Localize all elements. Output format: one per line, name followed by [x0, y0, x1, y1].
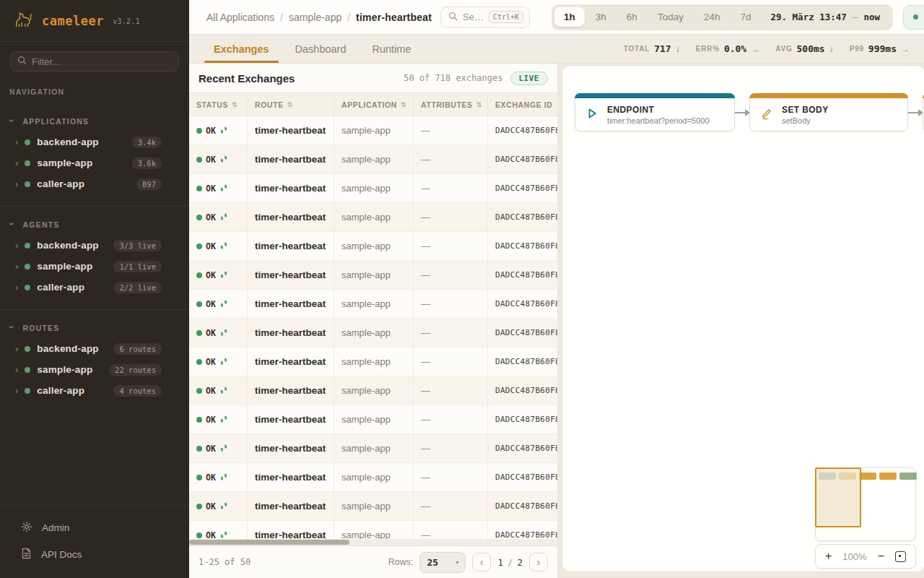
attributes-cell: — — [414, 174, 488, 202]
rows-per-page-label: Rows: — [388, 557, 414, 567]
minimap-viewport[interactable] — [815, 467, 861, 527]
footprints-icon — [219, 124, 228, 137]
next-page-button[interactable]: › — [529, 553, 548, 571]
table-row[interactable]: OK timer-heartbeat sample-app — DADCC487… — [189, 521, 557, 539]
total-pages: 2 — [517, 557, 523, 568]
sidebar-item-routes-backend-app[interactable]: › backend-app 6 routes — [0, 338, 189, 359]
table-row[interactable]: OK timer-heartbeat sample-app — DADCC487… — [189, 290, 557, 319]
flow-arrow — [735, 112, 749, 113]
trend-flat-icon: → — [901, 44, 910, 54]
tab-dashboard[interactable]: Dashboard — [284, 35, 357, 63]
zoom-controls: + 100% − — [815, 544, 916, 569]
custom-date-range[interactable]: 29. März 13:47 — now — [762, 12, 889, 22]
ok-status-dot — [196, 446, 202, 452]
exchange-id-cell: DADCC487B60F8 — [488, 521, 557, 539]
sidebar-filter[interactable] — [10, 51, 179, 72]
time-range-1h[interactable]: 1h — [554, 7, 585, 27]
table-row[interactable]: OK timer-heartbeat sample-app — DADCC487… — [189, 405, 557, 434]
item-label: backend-app — [37, 240, 98, 251]
item-label: backend-app — [37, 343, 98, 354]
live-toggle-button[interactable]: LIVE — [903, 5, 924, 30]
sidebar: cameleer v3.2.1 NAVIGATION › APPLICATION… — [0, 0, 189, 578]
section-label: APPLICATIONS — [23, 117, 90, 126]
sort-icon: ⇅ — [401, 101, 406, 108]
stat-label: ERR% — [696, 45, 720, 53]
application-cell: sample-app — [334, 261, 414, 289]
time-range-3h[interactable]: 3h — [586, 7, 616, 27]
breadcrumb-all-applications[interactable]: All Applications — [206, 12, 274, 23]
table-row[interactable]: OK timer-heartbeat sample-app — DADCC487… — [189, 348, 557, 376]
sidebar-item-applications-caller-app[interactable]: › caller-app 897 — [0, 173, 189, 194]
scrollbar-thumb[interactable] — [189, 540, 349, 545]
breadcrumb-sample-app[interactable]: sample-app — [289, 12, 341, 23]
flow-node-endpoint[interactable]: ENDPOINT timer:heartbeat?period=5000 — [575, 93, 735, 131]
chevron-right-icon: › — [15, 262, 18, 271]
status-label: OK — [206, 155, 216, 165]
table-row[interactable]: OK timer-heartbeat sample-app — DADCC487… — [189, 261, 557, 290]
application-cell: sample-app — [334, 145, 414, 173]
horizontal-scrollbar[interactable] — [189, 539, 557, 545]
section-routes: › ROUTES › backend-app 6 routes › sample… — [0, 309, 189, 401]
sidebar-item-admin[interactable]: Admin — [0, 514, 189, 541]
ok-status-dot — [196, 186, 202, 191]
column-label: ATTRIBUTES — [421, 100, 473, 109]
time-range-24h[interactable]: 24h — [694, 7, 730, 27]
time-range-7d[interactable]: 7d — [731, 7, 760, 27]
tab-exchanges[interactable]: Exchanges — [203, 35, 280, 63]
column-header-status[interactable]: STATUS ⇅ — [189, 93, 248, 116]
rows-per-page-select[interactable]: 25 ▾ — [419, 552, 466, 573]
table-row[interactable]: OK timer-heartbeat sample-app — DADCC487… — [189, 203, 557, 232]
stat-avg: AVG 500ms ↓ — [775, 43, 833, 54]
fit-view-icon[interactable] — [895, 551, 906, 562]
table-row[interactable]: OK timer-heartbeat sample-app — DADCC487… — [189, 174, 557, 203]
status-label: OK — [206, 386, 216, 396]
time-range-today[interactable]: Today — [648, 7, 693, 27]
search-placeholder: Se… — [463, 12, 484, 22]
play-icon — [585, 107, 598, 123]
column-header-route[interactable]: ROUTE ⇅ — [248, 93, 334, 116]
tab-runtime[interactable]: Runtime — [362, 35, 422, 63]
sidebar-item-agents-caller-app[interactable]: › caller-app 2/2 live — [0, 277, 189, 298]
filter-input[interactable] — [32, 56, 172, 67]
flow-node-set-body[interactable]: SET BODY setBody — [749, 93, 908, 131]
section-header-agents[interactable]: › AGENTS — [0, 217, 189, 235]
sidebar-item-routes-caller-app[interactable]: › caller-app 4 routes — [0, 380, 189, 401]
table-row[interactable]: OK timer-heartbeat sample-app — DADCC487… — [189, 145, 557, 174]
table-row[interactable]: OK timer-heartbeat sample-app — DADCC487… — [189, 116, 557, 145]
document-icon — [21, 548, 32, 561]
column-header-attributes[interactable]: ATTRIBUTES ⇅ — [414, 93, 488, 116]
sidebar-item-agents-sample-app[interactable]: › sample-app 1/1 live — [0, 256, 189, 277]
count-badge: 4 routes — [113, 385, 162, 397]
table-row[interactable]: OK timer-heartbeat sample-app — DADCC487… — [189, 232, 557, 261]
route-flow-canvas[interactable]: ENDPOINT timer:heartbeat?period=5000 SET… — [562, 65, 924, 572]
date-range-dash: — — [853, 12, 858, 22]
stats-summary: TOTAL 717 ↓ ERR% 0.0% → AVG 500ms ↓ P99 … — [624, 35, 924, 63]
column-header-exchange-id[interactable]: EXCHANGE ID — [488, 93, 557, 116]
gear-icon — [21, 521, 32, 535]
global-search[interactable]: Se… Ctrl+K — [440, 7, 530, 28]
table-row[interactable]: OK timer-heartbeat sample-app — DADCC487… — [189, 434, 557, 463]
table-row[interactable]: OK timer-heartbeat sample-app — DADCC487… — [189, 492, 557, 521]
exchange-id-cell: DADCC487B60F8 — [488, 405, 557, 434]
zoom-out-button[interactable]: − — [878, 551, 884, 562]
chevron-right-icon: › — [15, 137, 18, 147]
stat-value: 717 — [654, 43, 671, 54]
section-header-applications[interactable]: › APPLICATIONS — [0, 113, 189, 131]
table-row[interactable]: OK timer-heartbeat sample-app — DADCC487… — [189, 463, 557, 492]
table-row[interactable]: OK timer-heartbeat sample-app — DADCC487… — [189, 376, 557, 405]
sidebar-item-api-docs[interactable]: API Docs — [0, 541, 189, 568]
section-header-routes[interactable]: › ROUTES — [0, 320, 189, 338]
sidebar-item-applications-backend-app[interactable]: › backend-app 3.4k — [0, 131, 189, 152]
exchange-id-cell: DADCC487B60F8 — [488, 116, 557, 144]
sidebar-item-agents-backend-app[interactable]: › backend-app 3/3 live — [0, 235, 189, 256]
sidebar-item-applications-sample-app[interactable]: › sample-app 3.6k — [0, 152, 189, 173]
sidebar-item-routes-sample-app[interactable]: › sample-app 22 routes — [0, 359, 189, 380]
application-cell: sample-app — [334, 232, 414, 260]
previous-page-button[interactable]: ‹ — [472, 553, 491, 571]
zoom-in-button[interactable]: + — [825, 551, 832, 562]
time-range-6h[interactable]: 6h — [617, 7, 647, 27]
column-header-application[interactable]: APPLICATION ⇅ — [334, 93, 414, 116]
route-cell: timer-heartbeat — [248, 319, 334, 347]
footprints-icon — [219, 269, 228, 282]
table-row[interactable]: OK timer-heartbeat sample-app — DADCC487… — [189, 319, 557, 348]
